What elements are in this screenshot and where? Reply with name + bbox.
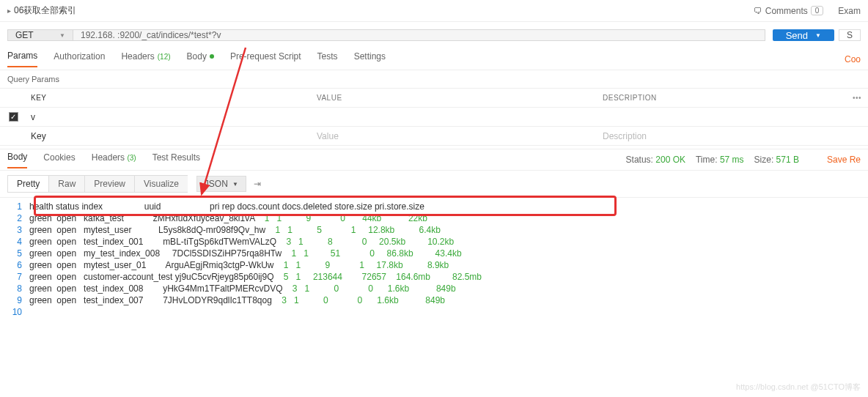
- tab-authorization[interactable]: Authorization: [54, 51, 105, 67]
- params-table: KEY VALUE DESCRIPTION ••• ✓ v Key Value …: [0, 88, 868, 146]
- param-checkbox[interactable]: ✓: [9, 112, 18, 122]
- param-key[interactable]: v: [26, 112, 312, 122]
- tab-body-label: Body: [187, 51, 207, 62]
- code-line: 3green open mytest_user L5ys8k8dQ-mr098f…: [0, 224, 868, 236]
- response-headers-count: (3): [127, 154, 136, 162]
- body-dot-icon: [210, 54, 214, 59]
- tab-settings[interactable]: Settings: [354, 51, 386, 67]
- param-new-row[interactable]: Key Value Description: [0, 127, 868, 146]
- code-line: 8green open test_index_008 yHkG4Mm1TFalt…: [0, 283, 868, 294]
- save-button[interactable]: S: [839, 29, 861, 41]
- headers-count: (12): [158, 53, 171, 61]
- format-select[interactable]: JSON ▼: [196, 176, 246, 192]
- response-body[interactable]: 1health status index uuid pri rep docs.c…: [0, 198, 868, 321]
- format-value: JSON: [205, 179, 228, 189]
- comments-count: 0: [811, 6, 824, 15]
- view-raw[interactable]: Raw: [48, 175, 84, 193]
- tab-tests[interactable]: Tests: [317, 51, 338, 67]
- param-desc-placeholder[interactable]: Description: [598, 131, 846, 141]
- response-tab-testresults[interactable]: Test Results: [152, 152, 200, 168]
- response-meta: Status: 200 OK Time: 57 ms Size: 571 B: [626, 155, 799, 165]
- url-input[interactable]: 192.168. :9200/_cat/indices/*test*?v: [73, 29, 765, 41]
- response-tab-headers[interactable]: Headers (3): [92, 152, 136, 168]
- code-line: 1health status index uuid pri rep docs.c…: [0, 201, 868, 212]
- send-label: Send: [786, 30, 808, 41]
- save-response-button[interactable]: Save Re: [827, 155, 861, 165]
- code-line: 5green open my_test_index_008 7DCl5SDISZ…: [0, 248, 868, 259]
- param-row[interactable]: ✓ v: [0, 108, 868, 127]
- size-value: 571 B: [776, 155, 799, 165]
- tab-params[interactable]: Params: [7, 51, 37, 67]
- watermark: https://blog.csdn.net @51CTO博客: [736, 382, 861, 393]
- response-tab-cookies[interactable]: Cookies: [43, 152, 75, 168]
- chevron-down-icon: ▼: [815, 32, 821, 39]
- param-value-placeholder[interactable]: Value: [312, 131, 598, 141]
- key-header: KEY: [26, 94, 312, 102]
- code-line: 9green open test_index_007 7JHvLODYR9qdl…: [0, 294, 868, 306]
- method-value: GET: [15, 30, 34, 40]
- tab-prerequest[interactable]: Pre-request Script: [230, 51, 301, 67]
- tab-headers[interactable]: Headers (12): [121, 51, 170, 67]
- view-visualize[interactable]: Visualize: [134, 175, 188, 193]
- time-value: 57 ms: [720, 155, 744, 165]
- chevron-down-icon: ▼: [232, 181, 238, 188]
- save-label: S: [847, 30, 853, 40]
- desc-header: DESCRIPTION: [598, 94, 846, 102]
- status-value: 200 OK: [655, 155, 685, 165]
- examples-button[interactable]: Exam: [838, 6, 861, 16]
- params-header-row: KEY VALUE DESCRIPTION •••: [0, 89, 868, 108]
- more-button[interactable]: •••: [846, 94, 868, 102]
- code-line: 7green open customer-account_test yj9uC5…: [0, 271, 868, 283]
- tab-headers-label: Headers: [121, 51, 154, 62]
- tab-body[interactable]: Body: [187, 51, 214, 67]
- code-line: 6green open mytest_user_01 ArguAEgjRmiq3…: [0, 259, 868, 271]
- code-line: 4green open test_index_001 mBL-tiTgSp6kd…: [0, 236, 868, 248]
- wrap-icon[interactable]: ⇥: [254, 179, 261, 189]
- comment-icon: 🗨: [754, 6, 762, 16]
- collapse-caret-icon[interactable]: ▸: [7, 7, 11, 15]
- url-value: 192.168. :9200/_cat/indices/*test*?v: [81, 30, 221, 40]
- send-button[interactable]: Send ▼: [773, 29, 834, 41]
- comments-button[interactable]: 🗨 Comments 0: [754, 6, 824, 16]
- response-headers-label: Headers: [92, 152, 125, 163]
- param-key-placeholder[interactable]: Key: [26, 131, 312, 141]
- comments-label: Comments: [765, 6, 808, 16]
- response-tab-body[interactable]: Body: [7, 152, 27, 168]
- method-select[interactable]: GET ▼: [7, 29, 73, 41]
- value-header: VALUE: [312, 94, 598, 102]
- chevron-down-icon: ▼: [59, 32, 65, 39]
- cookies-link[interactable]: Coo: [845, 54, 861, 64]
- code-line: 2green open kafka_test zMHxfudXfuyceav_8…: [0, 212, 868, 224]
- view-preview[interactable]: Preview: [84, 175, 134, 193]
- query-params-heading: Query Params: [0, 70, 868, 88]
- request-title: 06获取全部索引: [14, 4, 76, 17]
- view-pretty[interactable]: Pretty: [7, 175, 48, 193]
